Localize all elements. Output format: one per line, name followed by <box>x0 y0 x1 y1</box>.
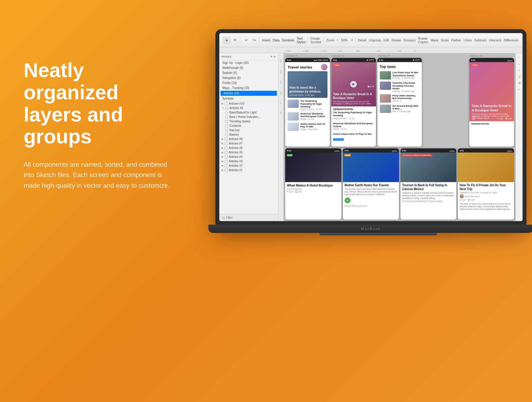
data-btn[interactable]: Data <box>273 38 280 42</box>
bottom-row-phones: 9:41 100% Travel What Makes A Hotel Bout… <box>285 148 514 220</box>
sketch-app: + ⚙ ↩ ↪ Insert Data Symbols Text Styles <box>219 33 523 221</box>
settings-icon[interactable]: ⚙ <box>231 36 239 44</box>
art5-hero: Travel Take A Romantic Break In A Boutiq… <box>469 62 514 121</box>
phone-7: 9:41 100% Nature Mother Earth Hosts Our … <box>343 148 399 220</box>
edit-btn[interactable]: Edit <box>384 38 389 42</box>
mother-earth-title: Mother Earth Hosts Our Travels <box>345 183 397 187</box>
chevron-right-icon[interactable]: › <box>519 63 520 66</box>
layer-articles8[interactable]: ▶ Articles #8 <box>219 137 278 141</box>
layer-articles6[interactable]: ▶ Articles #6 <box>219 146 278 150</box>
chevron-up-icon[interactable]: ∧ <box>273 55 276 59</box>
create-symbol-btn[interactable]: Create Symbol <box>310 37 322 44</box>
grid-icon[interactable]: ⊞ <box>518 81 520 85</box>
layer-articles9[interactable]: ▼ Articles #9 <box>219 106 278 110</box>
laptop-container: + ⚙ ↩ ↪ Insert Data Symbols Text Styles <box>216 30 532 235</box>
rotate-btn[interactable]: Rotate <box>391 38 401 42</box>
main-heading: Neatly organized layers and groups <box>24 59 171 147</box>
top-row-phones: 9:41 ●●● WiFi 100% Travel stories <box>285 58 514 147</box>
page-symbols[interactable]: Symbols <box>219 96 278 101</box>
layer-bars-home[interactable]: Bars / Home Indicator... <box>219 115 278 119</box>
zoom-value[interactable]: 50% <box>339 38 350 43</box>
hotel-boutique-title: What Makes A Hotel Boutique <box>287 183 340 187</box>
filter-icon[interactable]: ⌖ <box>270 55 273 59</box>
layer-articles1[interactable]: ▶ Articles #1 <box>219 168 278 172</box>
pages-list: Sign Up - Login (15) Walkthrough (5) Sta… <box>219 60 278 101</box>
page-navigation[interactable]: Navigation (5) <box>219 75 278 80</box>
scissors-btn[interactable]: Scissors <box>403 38 416 42</box>
insert-btn[interactable]: Insert <box>262 38 270 42</box>
top-ruler: -1,400 -1,200 -1,000 -800 -600 -400 -200… <box>219 47 523 53</box>
sketch-toolbar: + ⚙ ↩ ↪ Insert Data Symbols Text Styles <box>219 33 523 47</box>
page-maps[interactable]: Maps - Tracking (15) <box>219 85 278 90</box>
mask-btn[interactable]: Mask <box>431 38 438 42</box>
art8-hero: Top 5 tourist in Nearest A Canadian Airl… <box>400 153 457 182</box>
layers-list: ▶ Articles #10 ▼ Articles #9 <box>219 101 278 214</box>
laptop-screen: + ⚙ ↩ ↪ Insert Data Symbols Text Styles <box>219 33 523 221</box>
laptop-base: MacBook <box>208 225 532 233</box>
ungroup-btn[interactable]: Ungroup <box>369 38 381 42</box>
laptop-foot <box>319 233 437 235</box>
flatten-btn[interactable]: Flatten <box>451 38 461 42</box>
zoom-label: Zoom <box>326 38 335 42</box>
column-labels: Articles #1 Articles #2 Articles #3 Arti… <box>284 54 515 57</box>
rotate-copies-btn[interactable]: Rotate Copies <box>418 37 428 44</box>
detail-btn[interactable]: Detail <box>358 38 366 42</box>
phone-8: 9:41 100% Top 5 tourist in Nearest A Can… <box>400 148 457 220</box>
filter-label[interactable]: ⌥ Filter <box>222 216 233 219</box>
layer-bars-status[interactable]: Bars/Status/On Light <box>219 110 278 115</box>
layer-articles4[interactable]: ▶ Articles #4 <box>219 155 278 159</box>
phone-5: 9:41 100% Travel Take A Romantic Break I… <box>469 58 514 147</box>
difference-btn[interactable]: Difference <box>504 38 518 42</box>
toolbar-group-add: + ⚙ <box>222 36 240 44</box>
layer-articles3[interactable]: ▶ Articles #3 <box>219 159 278 163</box>
subtract-btn[interactable]: Subtract <box>474 38 486 42</box>
sketch-sidebar: PAGES ⌖ ∧ Sign Up - Login (15) Walkthrou… <box>219 53 278 221</box>
art7-hero: Nature <box>343 153 399 182</box>
page-articles[interactable]: Articles (10) <box>220 91 277 96</box>
layer-articles5[interactable]: ▶ Articles #5 <box>219 150 278 155</box>
intersect-btn[interactable]: Intersect <box>489 38 501 42</box>
layer-contents[interactable]: Contents <box>219 124 278 128</box>
layer-trending[interactable]: Trending stories <box>219 119 278 124</box>
page-walkthrough[interactable]: Walkthrough (5) <box>219 65 278 70</box>
left-panel: Neatly organized layers and groups All c… <box>24 59 171 191</box>
page-statistic[interactable]: Statistic (5) <box>219 70 278 75</box>
private-jet-title: How To Fly A Private Jet On Your Next Tr… <box>460 183 512 191</box>
flash-icon[interactable]: ⚡ <box>518 75 521 78</box>
travel-stories-title: Travel stories <box>288 65 312 69</box>
scale-btn[interactable]: Scale <box>441 38 449 42</box>
symbols-btn[interactable]: Symbols <box>282 38 294 42</box>
layer-navbar[interactable]: Nav bar <box>219 128 278 132</box>
phone-9: 9:41 100% How To Fly A Private Jet On Yo… <box>458 148 514 220</box>
toolbar-edit-group: Detail Ungroup Edit Rotate Scissors Rota… <box>356 37 520 44</box>
page-signup[interactable]: Sign Up - Login (15) <box>219 60 278 65</box>
resize-icon[interactable]: ↔ <box>518 87 521 91</box>
phone-2: 9:41 ▶ 100% Travel Take A Romantic B <box>331 58 376 147</box>
sidebar-filter-bar: ⌥ Filter <box>219 214 278 221</box>
toolbar-create: Create Symbol <box>309 37 324 44</box>
page-profile[interactable]: Profile (10) <box>219 80 278 85</box>
art1-hero: How to travel like a gentleman by minibu… <box>288 71 327 98</box>
undo-icon[interactable]: ↩ <box>242 36 250 44</box>
redo-icon[interactable]: ↪ <box>250 36 258 44</box>
sidebar-pages-header: PAGES ⌖ ∧ <box>219 53 278 60</box>
canvas-area: Articles #1 Articles #2 Articles #3 Arti… <box>284 53 515 221</box>
phone-6: 9:41 100% Travel What Makes A Hotel Bout… <box>285 148 341 220</box>
zoom-plus[interactable]: + <box>351 38 353 42</box>
layer-articles10[interactable]: ▶ Articles #10 <box>219 101 278 106</box>
layer-articles7[interactable]: ▶ Articles #7 <box>219 141 278 146</box>
pages-label: PAGES <box>222 55 231 58</box>
text-styles-btn[interactable]: Text Styles <box>297 37 306 44</box>
layer-banner[interactable]: Banner <box>219 132 278 137</box>
phone-1: 9:41 ●●● WiFi 100% Travel stories <box>285 58 330 147</box>
laptop-brand: MacBook <box>361 227 381 231</box>
chevron-left-icon[interactable]: ‹ <box>519 69 520 72</box>
union-btn[interactable]: Union <box>463 38 472 42</box>
phone-4-spacer <box>423 58 468 147</box>
zoom-minus[interactable]: − <box>336 38 338 42</box>
export-icon[interactable]: ↑ <box>518 56 520 60</box>
add-icon[interactable]: + <box>223 36 231 44</box>
toolbar-zoom-group: Zoom − 50% + <box>325 38 355 43</box>
layer-articles2[interactable]: ▶ Articles #2 <box>219 163 278 168</box>
sub-text: All components are named, sorted, and co… <box>24 159 171 191</box>
